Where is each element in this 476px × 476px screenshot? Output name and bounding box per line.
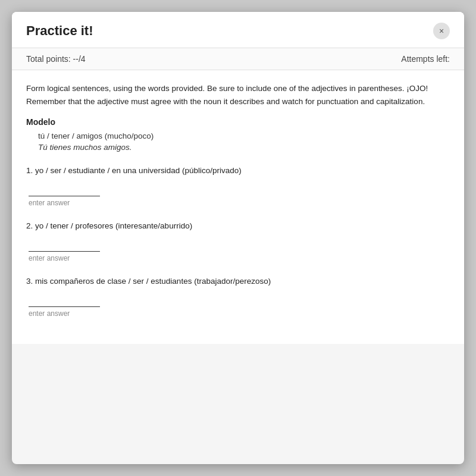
question-block-3: 3. mis compañeros de clase / ser / estud… [26,277,450,318]
answer-input-group-3: enter answer [29,295,450,318]
answer-input-group-1: enter answer [29,184,450,207]
answer-placeholder-2: enter answer [29,254,450,262]
answer-input-3[interactable] [29,295,100,307]
answer-input-group-2: enter answer [29,240,450,262]
main-content: Form logical sentences, using the words … [12,70,464,344]
question-block-2: 2. yo / tener / profesores (interesante/… [26,221,450,262]
questions-container: 1. yo / ser / estudiante / en una univer… [26,166,450,318]
answer-input-2[interactable] [29,240,100,252]
main-window: Practice it! × Total points: --/4 Attemp… [12,12,464,464]
modelo-block: tú / tener / amigos (mucho/poco) Tú tien… [38,131,450,152]
modelo-prompt: tú / tener / amigos (mucho/poco) [38,131,450,140]
modelo-label: Modelo [26,117,450,127]
question-prompt-3: 3. mis compañeros de clase / ser / estud… [26,277,450,286]
answer-placeholder-1: enter answer [29,199,450,207]
answer-placeholder-3: enter answer [29,309,450,318]
points-bar: Total points: --/4 Attempts left: [12,48,464,70]
page-title: Practice it! [26,23,93,39]
total-points: Total points: --/4 [26,54,86,64]
title-bar: Practice it! × [12,12,464,48]
close-button[interactable]: × [433,23,450,39]
instructions-text: Form logical sentences, using the words … [26,82,450,108]
question-block-1: 1. yo / ser / estudiante / en una univer… [26,166,450,207]
question-prompt-1: 1. yo / ser / estudiante / en una univer… [26,166,450,175]
question-prompt-2: 2. yo / tener / profesores (interesante/… [26,221,450,230]
answer-input-1[interactable] [29,184,100,196]
modelo-answer: Tú tienes muchos amigos. [38,143,450,152]
attempts-left: Attempts left: [401,54,450,64]
